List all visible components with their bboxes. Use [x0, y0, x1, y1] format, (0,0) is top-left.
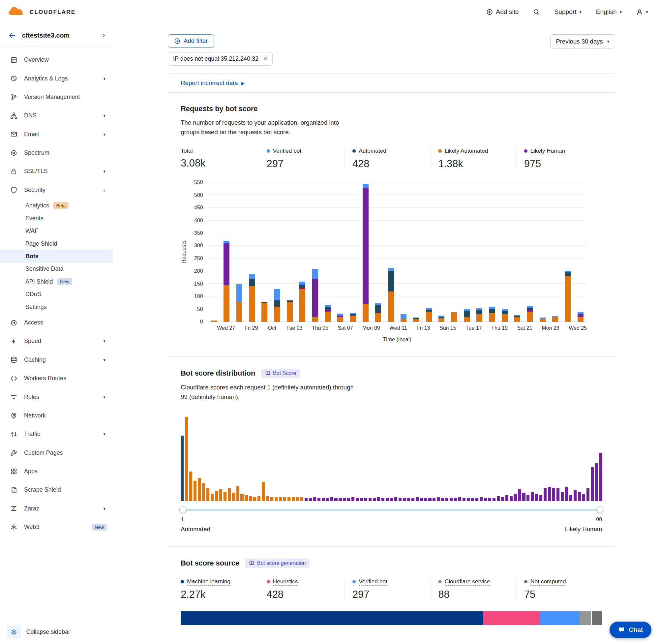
distribution-bar[interactable] [501, 497, 504, 501]
account-menu[interactable]: ▾ [636, 8, 648, 16]
stacked-bar[interactable] [565, 271, 571, 322]
distribution-bar[interactable] [471, 498, 474, 501]
distribution-bar[interactable] [283, 497, 286, 501]
distribution-bar[interactable] [262, 482, 265, 501]
sidebar-item-rules[interactable]: Rules▾ [0, 388, 113, 406]
distribution-bar[interactable] [548, 487, 551, 501]
stacked-bar[interactable] [236, 284, 242, 322]
distribution-bar[interactable] [266, 496, 269, 501]
sidebar-item-overview[interactable]: Overview [0, 50, 113, 69]
stacked-bar[interactable] [439, 316, 444, 322]
stacked-bar[interactable] [261, 302, 267, 322]
sidebar-item-spectrum[interactable]: Spectrum [0, 143, 113, 162]
collapse-sidebar[interactable]: Collapse sidebar [0, 620, 113, 644]
distribution-bar[interactable] [287, 497, 290, 501]
distribution-bar[interactable] [249, 496, 252, 501]
distribution-bar[interactable] [300, 497, 303, 501]
stacked-bar[interactable] [362, 184, 369, 322]
slider-handle-min[interactable] [179, 506, 186, 513]
distribution-bar[interactable] [181, 436, 184, 501]
distribution-bar[interactable] [394, 497, 397, 501]
stacked-bar[interactable] [337, 314, 343, 322]
distribution-bar[interactable] [561, 492, 564, 501]
distribution-bar[interactable] [364, 498, 367, 501]
stacked-bar[interactable] [287, 300, 293, 322]
distribution-bar[interactable] [493, 498, 495, 501]
distribution-bar[interactable] [305, 498, 308, 501]
distribution-bar[interactable] [454, 498, 457, 501]
stacked-bar[interactable] [502, 309, 508, 322]
sidebar-item-email[interactable]: Email▾ [0, 125, 113, 143]
stacked-bar[interactable] [578, 312, 584, 322]
distribution-bar[interactable] [578, 492, 581, 501]
sidebar-item-network[interactable]: Network [0, 406, 113, 425]
sidebar-item-version-management[interactable]: Version Management [0, 88, 113, 106]
distribution-bar[interactable] [535, 493, 538, 501]
distribution-bar[interactable] [441, 498, 444, 501]
search-button[interactable] [533, 8, 540, 16]
sidebar-item-traffic[interactable]: Traffic▾ [0, 425, 113, 443]
distribution-bar[interactable] [403, 498, 406, 501]
sidebar-item-ssl-tls[interactable]: SSL/TLS▾ [0, 162, 113, 181]
distribution-bar[interactable] [292, 497, 295, 501]
stacked-bar[interactable] [540, 318, 546, 322]
distribution-bar[interactable] [518, 489, 521, 501]
stacked-bar[interactable] [388, 268, 394, 322]
sidebar-item-ddos[interactable]: DDoS [0, 288, 113, 301]
distribution-bar[interactable] [189, 472, 192, 501]
distribution-bar[interactable] [317, 498, 321, 501]
distribution-bar[interactable] [236, 486, 239, 501]
distribution-bar[interactable] [202, 483, 205, 501]
distribution-bar[interactable] [381, 498, 384, 501]
sidebar-item-page-shield[interactable]: Page Shield [0, 237, 113, 250]
distribution-bar[interactable] [198, 478, 201, 501]
slider-handle-max[interactable] [597, 506, 604, 513]
distribution-bar[interactable] [399, 498, 402, 501]
support-menu[interactable]: Support ▾ [554, 8, 582, 16]
sidebar-item-caching[interactable]: Caching▾ [0, 350, 113, 369]
distribution-bar[interactable] [244, 495, 248, 501]
distribution-bar[interactable] [420, 498, 423, 501]
distribution-bar[interactable] [257, 496, 260, 501]
distribution-bar[interactable] [232, 493, 235, 501]
distribution-bar[interactable] [526, 495, 529, 501]
gear-button[interactable] [7, 625, 21, 639]
distribution-bar[interactable] [557, 488, 560, 501]
back-arrow-icon[interactable] [8, 32, 16, 39]
report-incorrect-data-link[interactable]: Report incorrect data ▶ [181, 79, 244, 87]
sidebar-item-scrape-shield[interactable]: Scrape Shield [0, 481, 113, 499]
stacked-bar[interactable] [211, 321, 217, 322]
distribution-bar[interactable] [377, 497, 380, 501]
chat-button[interactable]: Chat [610, 622, 652, 638]
distribution-bar[interactable] [467, 498, 470, 501]
distribution-bar[interactable] [573, 490, 576, 501]
distribution-bar[interactable] [343, 498, 346, 501]
distribution-bar[interactable] [531, 492, 534, 501]
add-filter-button[interactable]: Add filter [168, 34, 214, 48]
sidebar-item-workers-routes[interactable]: Workers Routes [0, 369, 113, 388]
distribution-bar[interactable] [437, 497, 440, 501]
distribution-bar[interactable] [480, 497, 483, 501]
stacked-bar[interactable] [223, 241, 230, 322]
distribution-bar[interactable] [211, 493, 214, 501]
distribution-bar[interactable] [390, 498, 393, 501]
stacked-bar[interactable] [552, 316, 558, 322]
distribution-bar[interactable] [445, 498, 448, 501]
sidebar-item-analytics-logs[interactable]: Analytics & Logs▾ [0, 69, 113, 88]
distribution-bar[interactable] [432, 498, 436, 501]
distribution-bar[interactable] [463, 498, 466, 501]
distribution-bar[interactable] [360, 498, 363, 501]
sidebar-item-waf[interactable]: WAF [0, 225, 113, 237]
distribution-bar[interactable] [428, 498, 431, 501]
distribution-bar[interactable] [270, 497, 273, 501]
distribution-bar[interactable] [275, 497, 278, 501]
distribution-bar[interactable] [313, 497, 316, 501]
stacked-bar[interactable] [464, 309, 470, 322]
stacked-bar[interactable] [274, 289, 280, 322]
distribution-bar[interactable] [322, 498, 325, 501]
stacked-bar[interactable] [249, 274, 255, 322]
distribution-bar[interactable] [514, 493, 517, 501]
distribution-bar[interactable] [416, 497, 419, 501]
sidebar-item-security[interactable]: Security▴ [0, 181, 113, 199]
sidebar-item-access[interactable]: Access [0, 313, 113, 332]
